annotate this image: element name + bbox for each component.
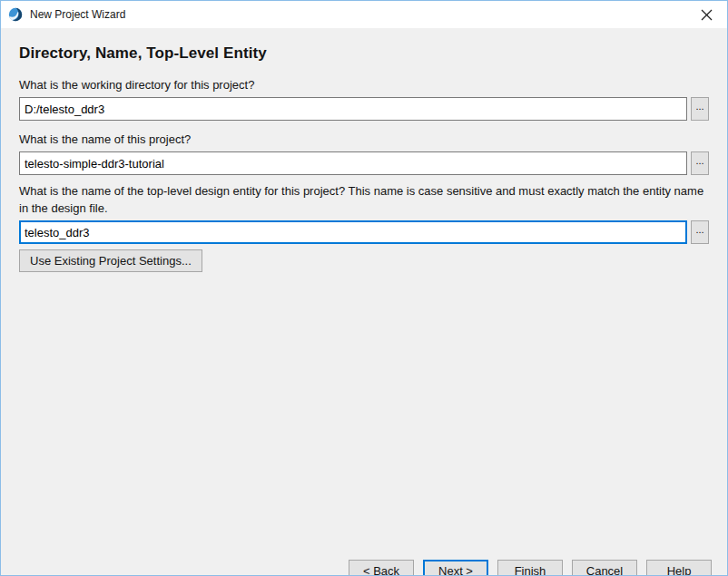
cancel-button[interactable]: Cancel [572, 560, 637, 576]
top-level-entity-question: What is the name of the top-level design… [19, 182, 709, 217]
finish-button[interactable]: Finish [497, 560, 563, 576]
close-icon [701, 9, 713, 21]
working-directory-input[interactable] [19, 97, 687, 121]
page-title: Directory, Name, Top-Level Entity [19, 44, 709, 63]
help-button[interactable]: Help [646, 560, 712, 576]
close-button[interactable] [686, 1, 727, 28]
next-button[interactable]: Next > [423, 560, 488, 576]
working-directory-question: What is the working directory for this p… [19, 76, 709, 93]
use-existing-project-settings-button[interactable]: Use Existing Project Settings... [19, 249, 202, 272]
dialog-button-bar: < Back Next > Finish Cancel Help [349, 560, 712, 576]
top-level-entity-row: ... [19, 220, 709, 244]
back-button[interactable]: < Back [349, 560, 414, 576]
project-name-row: ... [19, 151, 709, 175]
top-level-entity-input[interactable] [19, 220, 687, 244]
window-title: New Project Wizard [30, 8, 686, 21]
project-name-input[interactable] [19, 151, 687, 175]
dialog-content: Directory, Name, Top-Level Entity What i… [1, 44, 727, 576]
top-level-entity-browse-button[interactable]: ... [691, 220, 709, 244]
new-project-wizard-dialog: New Project Wizard Directory, Name, Top-… [0, 0, 728, 576]
project-name-browse-button[interactable]: ... [691, 151, 709, 175]
title-bar[interactable]: New Project Wizard [1, 1, 727, 28]
project-name-question: What is the name of this project? [19, 131, 709, 148]
working-directory-row: ... [19, 97, 709, 121]
quartus-logo-icon [8, 7, 23, 22]
working-directory-browse-button[interactable]: ... [691, 97, 709, 121]
